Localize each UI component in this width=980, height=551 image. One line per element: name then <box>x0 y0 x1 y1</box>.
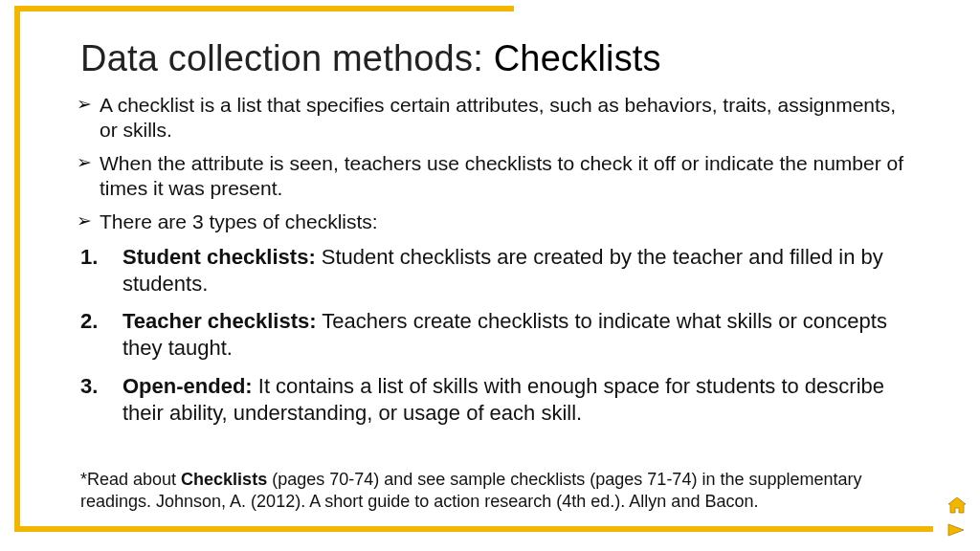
list-item: 2. Teacher checklists: Teachers create c… <box>80 308 913 361</box>
bullet-list: A checklist is a list that specifies cer… <box>80 93 913 234</box>
list-item: 1. Student checklists: Student checklist… <box>80 244 913 297</box>
bullet-item: There are 3 types of checklists: <box>80 209 913 234</box>
item-number: 2. <box>80 308 98 335</box>
numbered-list: 1. Student checklists: Student checklist… <box>80 244 913 426</box>
title-prefix: Data collection methods: <box>80 38 494 78</box>
svg-marker-0 <box>948 497 966 513</box>
border-top <box>20 6 514 11</box>
item-number: 3. <box>80 373 98 400</box>
title-bold: Checklists <box>494 38 661 78</box>
border-left <box>14 6 20 532</box>
arrow-right-icon <box>947 522 968 538</box>
slide: Data collection methods: Checklists A ch… <box>0 0 980 551</box>
next-button[interactable] <box>946 520 969 540</box>
bullet-item: When the attribute is seen, teachers use… <box>80 151 913 200</box>
item-number: 1. <box>80 244 98 271</box>
list-item: 3. Open-ended: It contains a list of ski… <box>80 373 913 426</box>
footnote: *Read about Checklists (pages 70-74) and… <box>80 469 875 512</box>
item-label: Teacher checklists: <box>122 309 317 333</box>
footnote-bold: Checklists <box>181 470 267 489</box>
footnote-pre: *Read about <box>80 470 181 489</box>
item-label: Student checklists: <box>122 245 316 269</box>
slide-content: Data collection methods: Checklists A ch… <box>80 38 913 437</box>
home-button[interactable] <box>946 496 969 515</box>
nav-buttons <box>946 496 969 540</box>
slide-title: Data collection methods: Checklists <box>80 38 913 79</box>
bullet-item: A checklist is a list that specifies cer… <box>80 93 913 142</box>
home-icon <box>947 496 968 514</box>
item-label: Open-ended: <box>122 374 253 398</box>
border-bottom <box>14 526 933 532</box>
svg-marker-1 <box>948 524 964 536</box>
